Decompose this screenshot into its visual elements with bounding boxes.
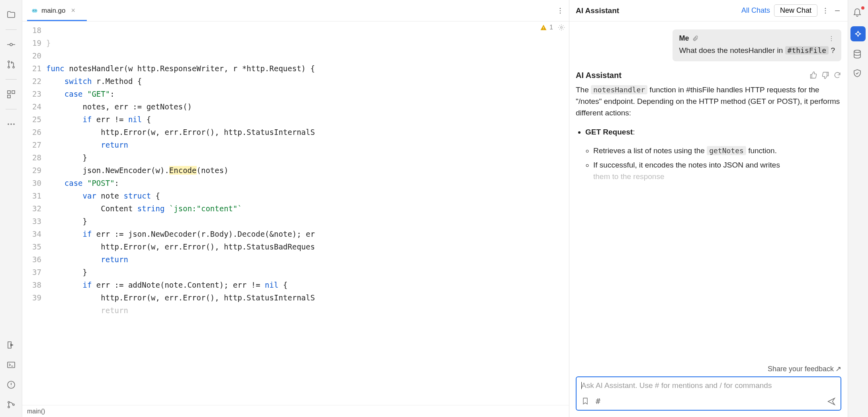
- svg-point-30: [831, 36, 832, 37]
- svg-point-7: [8, 123, 9, 125]
- svg-point-18: [34, 9, 37, 12]
- user-label: Me: [679, 34, 689, 43]
- code-content[interactable]: } func notesHandler(w http.ResponseWrite…: [46, 21, 569, 405]
- code-editor[interactable]: 1 18 19 20 21 22 23 24 25 26 27 28 29 30…: [22, 21, 569, 405]
- commit-icon[interactable]: [6, 39, 16, 50]
- mention-chip[interactable]: #thisFile: [785, 46, 829, 55]
- close-tab-icon[interactable]: ×: [71, 6, 75, 15]
- editor-column: main.go × 1 18 19 20 21 22 23 24 25 26 2…: [22, 0, 569, 417]
- svg-point-1: [8, 61, 10, 62]
- attachment-icon[interactable]: [692, 35, 698, 42]
- run-icon[interactable]: [6, 340, 16, 350]
- assistant-label: AI Assistant: [576, 69, 622, 82]
- breadcrumb[interactable]: main(): [22, 405, 569, 417]
- thumbs-down-icon[interactable]: [821, 71, 829, 79]
- svg-point-31: [831, 38, 832, 39]
- vcs-icon[interactable]: [6, 399, 16, 410]
- svg-point-9: [13, 123, 15, 125]
- assistant-paragraph: The notesHandler function in #thisFile h…: [576, 84, 841, 119]
- svg-point-20: [35, 10, 36, 11]
- structure-icon[interactable]: [6, 89, 16, 99]
- svg-point-19: [33, 10, 34, 11]
- svg-point-8: [10, 123, 12, 125]
- minimize-icon[interactable]: [833, 7, 841, 15]
- problems-icon[interactable]: [6, 380, 16, 390]
- hash-icon[interactable]: #: [596, 397, 604, 406]
- external-link-icon: ↗: [835, 365, 841, 373]
- svg-point-3: [13, 66, 14, 68]
- assistant-message: AI Assistant The notesHandler function i…: [576, 69, 841, 185]
- svg-point-23: [560, 12, 561, 14]
- svg-point-27: [825, 8, 826, 9]
- regenerate-icon[interactable]: [833, 71, 841, 79]
- ai-panel-header: AI Assistant All Chats New Chat: [569, 0, 848, 21]
- assistant-list: GET Request:: [576, 126, 841, 138]
- ai-panel-title: AI Assistant: [576, 6, 619, 15]
- notifications-icon[interactable]: [852, 7, 864, 18]
- svg-point-22: [560, 10, 561, 11]
- svg-point-29: [825, 12, 826, 14]
- thumbs-up-icon[interactable]: [809, 71, 817, 79]
- chat-scroll: Me What does the notesHandler in #thisFi…: [569, 21, 848, 362]
- bookmark-icon[interactable]: [581, 397, 590, 406]
- user-message-text: What does the notesHandler in #thisFile …: [679, 45, 835, 57]
- svg-rect-4: [8, 91, 10, 94]
- new-chat-button[interactable]: New Chat: [774, 4, 817, 17]
- chat-input-placeholder: Ask AI Assistant. Use # for mentions and…: [581, 381, 836, 390]
- svg-point-14: [8, 401, 10, 403]
- svg-point-33: [854, 50, 860, 53]
- right-toolbar: [848, 0, 868, 417]
- file-tab-label: main.go: [41, 7, 65, 15]
- svg-rect-12: [8, 362, 15, 368]
- svg-point-0: [10, 43, 12, 46]
- go-file-icon: [31, 7, 38, 14]
- svg-point-15: [8, 406, 10, 408]
- shield-icon[interactable]: [852, 68, 864, 80]
- svg-point-32: [831, 40, 832, 41]
- send-icon[interactable]: [827, 397, 836, 406]
- panel-more-icon[interactable]: [821, 7, 829, 15]
- user-message-menu-icon[interactable]: [828, 35, 835, 42]
- folder-icon[interactable]: [6, 10, 16, 20]
- chat-input[interactable]: Ask AI Assistant. Use # for mentions and…: [576, 376, 841, 411]
- svg-point-21: [560, 8, 561, 9]
- editor-more-icon[interactable]: [556, 7, 564, 15]
- svg-rect-5: [12, 91, 15, 94]
- ai-assistant-tool-icon[interactable]: [850, 26, 866, 41]
- assistant-sublist: Retrieves a list of notes using the getN…: [576, 145, 841, 182]
- svg-rect-6: [8, 95, 10, 98]
- feedback-link[interactable]: Share your feedback↗: [569, 362, 848, 376]
- all-chats-link[interactable]: All Chats: [741, 6, 770, 15]
- left-toolbar: [0, 0, 22, 417]
- svg-marker-11: [10, 343, 14, 347]
- svg-point-28: [825, 10, 826, 11]
- file-tab-main-go[interactable]: main.go ×: [27, 4, 79, 17]
- svg-point-2: [8, 66, 10, 68]
- user-message: Me What does the notesHandler in #thisFi…: [673, 29, 841, 61]
- more-horizontal-icon[interactable]: [6, 119, 16, 129]
- editor-tabbar: main.go ×: [22, 0, 569, 21]
- terminal-icon[interactable]: [6, 360, 16, 370]
- line-number-gutter: 18 19 20 21 22 23 24 25 26 27 28 29 30 3…: [22, 21, 46, 405]
- database-icon[interactable]: [852, 49, 864, 60]
- ai-panel: AI Assistant All Chats New Chat Me What …: [569, 0, 848, 417]
- pull-request-icon[interactable]: [6, 59, 16, 70]
